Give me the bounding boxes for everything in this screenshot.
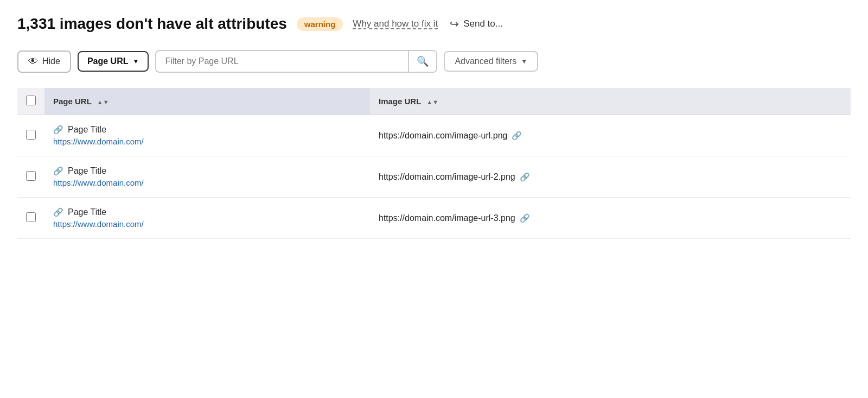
warning-badge: warning <box>297 17 343 31</box>
filter-bar: 👁 Hide Page URL ▼ 🔍 Advanced filters ▼ <box>17 50 851 73</box>
table-row: 🔗 Page Title https://www.domain.com/ htt… <box>17 198 851 239</box>
row-checkbox[interactable] <box>26 212 36 222</box>
eye-icon: 👁 <box>28 56 38 67</box>
row-checkbox-cell <box>17 115 44 156</box>
external-link-image-icon[interactable]: 🔗 <box>512 131 522 141</box>
row-image-cell: https://domain.com/image-url-2.png 🔗 <box>370 156 851 198</box>
row-page-title: Page Title <box>68 207 106 217</box>
col-pageurl-label: Page URL <box>53 97 92 106</box>
row-page-url[interactable]: https://www.domain.com/ <box>53 219 361 229</box>
send-arrow-icon: ↪ <box>450 17 459 30</box>
row-image-url: https://domain.com/image-url.png <box>379 131 507 141</box>
advanced-filters-button[interactable]: Advanced filters ▼ <box>444 51 538 72</box>
row-page-cell: 🔗 Page Title https://www.domain.com/ <box>44 198 370 239</box>
external-link-page-icon: 🔗 <box>53 166 63 176</box>
col-imageurl-label: Image URL <box>379 97 421 106</box>
page-url-dropdown[interactable]: Page URL ▼ <box>78 51 149 72</box>
th-image-url[interactable]: Image URL ▲▼ <box>370 88 851 115</box>
external-link-image-icon[interactable]: 🔗 <box>520 213 530 223</box>
row-checkbox-cell <box>17 156 44 198</box>
row-page-cell: 🔗 Page Title https://www.domain.com/ <box>44 156 370 198</box>
data-table: Page URL ▲▼ Image URL ▲▼ 🔗 Page Title ht… <box>17 88 851 239</box>
row-checkbox[interactable] <box>26 130 36 140</box>
filter-input-wrap: 🔍 <box>155 50 437 73</box>
chevron-down-icon: ▼ <box>132 58 139 65</box>
row-page-url[interactable]: https://www.domain.com/ <box>53 178 361 187</box>
select-all-checkbox[interactable] <box>26 96 36 105</box>
hide-button[interactable]: 👁 Hide <box>17 50 71 73</box>
row-image-cell: https://domain.com/image-url-3.png 🔗 <box>370 198 851 239</box>
search-icon: 🔍 <box>417 56 429 67</box>
fix-link[interactable]: Why and how to fix it <box>353 18 438 29</box>
table-header-row: Page URL ▲▼ Image URL ▲▼ <box>17 88 851 115</box>
row-page-title: Page Title <box>68 125 106 135</box>
th-select-all <box>17 88 44 115</box>
page-header: 1,331 images don't have alt attributes w… <box>17 15 851 33</box>
row-image-url: https://domain.com/image-url-3.png <box>379 213 515 223</box>
filter-input[interactable] <box>156 52 408 71</box>
page-title: 1,331 images don't have alt attributes <box>17 15 287 33</box>
advanced-chevron-icon: ▼ <box>521 58 527 65</box>
sort-imageurl-icon: ▲▼ <box>426 99 438 105</box>
external-link-page-icon: 🔗 <box>53 207 63 217</box>
external-link-image-icon[interactable]: 🔗 <box>520 172 530 182</box>
external-link-page-icon: 🔗 <box>53 125 63 135</box>
row-checkbox[interactable] <box>26 171 36 181</box>
row-page-url[interactable]: https://www.domain.com/ <box>53 137 361 146</box>
th-page-url[interactable]: Page URL ▲▼ <box>44 88 370 115</box>
table-row: 🔗 Page Title https://www.domain.com/ htt… <box>17 115 851 156</box>
table-row: 🔗 Page Title https://www.domain.com/ htt… <box>17 156 851 198</box>
row-page-cell: 🔗 Page Title https://www.domain.com/ <box>44 115 370 156</box>
sort-pageurl-icon: ▲▼ <box>97 99 109 105</box>
send-to-button[interactable]: ↪ Send to... <box>450 17 503 30</box>
row-image-cell: https://domain.com/image-url.png 🔗 <box>370 115 851 156</box>
row-page-title: Page Title <box>68 166 106 176</box>
row-image-url: https://domain.com/image-url-2.png <box>379 172 515 182</box>
row-checkbox-cell <box>17 198 44 239</box>
search-button[interactable]: 🔍 <box>408 51 436 72</box>
